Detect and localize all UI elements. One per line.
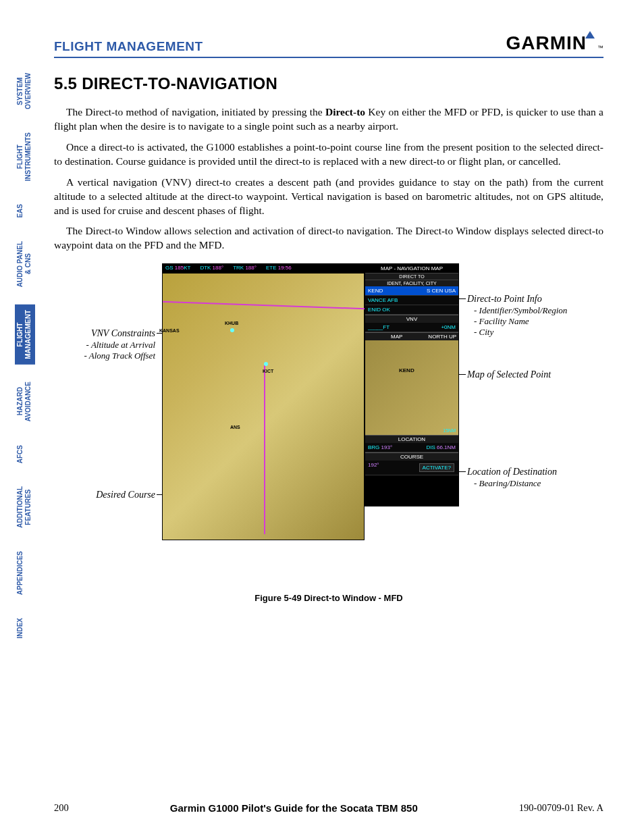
panel-ident: KEND: [368, 288, 383, 294]
panel-city: ENID OK: [365, 305, 458, 315]
panel-course-header: COURSE: [365, 452, 458, 461]
mfd-map: GS 185KT DTK 188° TRK 188° ETE 19:56 KHU…: [162, 263, 365, 540]
mini-map-scale: 15NM: [443, 428, 456, 433]
main-content: 5.5 DIRECT-TO-NAVIGATION The Direct-to m…: [54, 74, 603, 603]
mini-map-kend: KEND: [399, 367, 414, 373]
callout-loc-s1: - Bearing/Distance: [467, 478, 557, 489]
panel-title: MAP - NAVIGATION MAP: [365, 264, 458, 273]
map-topbar: GS 185KT DTK 188° TRK 188° ETE 19:56: [163, 264, 364, 273]
panel-ident-header: IDENT, FACILITY, CITY: [365, 280, 458, 286]
callout-desired-course: Desired Course: [81, 489, 155, 501]
callout-info-s1: - Identifier/Symbol/Region: [467, 305, 567, 316]
map-label-khub: KHUB: [225, 321, 238, 325]
tab-audio-panel-cns[interactable]: AUDIO PANEL & CNS: [15, 236, 35, 292]
footer-doc-title: Garmin G1000 Pilot's Guide for the Socat…: [170, 802, 418, 814]
tab-system-overview[interactable]: SYSTEM OVERVIEW: [15, 68, 35, 115]
figure-5-49: VNV Constraints - Altitude at Arrival - …: [54, 263, 603, 588]
activate-button[interactable]: ACTIVATE?: [419, 463, 454, 472]
map-label-ans: ANS: [230, 425, 240, 429]
tab-flight-instruments[interactable]: FLIGHT INSTRUMENTS: [15, 127, 35, 186]
footer-page-number: 200: [54, 802, 69, 814]
paragraph-3: A vertical navigation (VNV) direct-to cr…: [54, 176, 603, 218]
callout-direct-to-info: Direct-to Point Info - Identifier/Symbol…: [467, 293, 567, 338]
callout-map-selected: Map of Selected Point: [467, 369, 551, 381]
para1-a: The Direct-to method of navigation, init…: [66, 106, 325, 118]
panel-mini-map: KEND 15NM: [365, 340, 458, 435]
tab-hazard-avoidance[interactable]: HAZARD AVOIDANCE: [15, 376, 35, 427]
panel-vnv-header: VNV: [365, 315, 458, 323]
panel-location-header: LOCATION: [365, 435, 458, 443]
panel-map-header: MAP NORTH UP: [365, 332, 458, 340]
panel-brg: BRG 193°: [368, 444, 392, 450]
page-header: FLIGHT MANAGEMENT GARMIN ™: [54, 32, 603, 58]
page-footer: 200 Garmin G1000 Pilot's Guide for the S…: [54, 802, 603, 814]
panel-direct-to: DIRECT TO: [365, 273, 458, 280]
panel-vnv-ft: _____FT: [368, 324, 390, 330]
direct-to-panel: MAP - NAVIGATION MAP DIRECT TO IDENT, FA…: [365, 263, 459, 506]
panel-ident-row: KEND S CEN USA: [365, 286, 458, 296]
callout-vnv-constraints: VNV Constraints - Altitude at Arrival - …: [68, 328, 155, 361]
airport-icon: [230, 328, 234, 332]
map-label-kansas: KANSAS: [159, 328, 180, 333]
panel-dis: DIS 66.1NM: [426, 444, 456, 450]
course-line: [264, 365, 265, 534]
callout-line: [459, 471, 466, 472]
topbar-ete: ETE 19:56: [266, 265, 292, 273]
panel-map-dir: NORTH UP: [428, 334, 458, 340]
logo-text: GARMIN: [506, 32, 587, 54]
topbar-trk: TRK 188°: [233, 265, 257, 273]
panel-vnv-row: _____FT +0NM: [365, 323, 458, 332]
callout-vnv-s1: - Altitude at Arrival: [68, 340, 155, 350]
route-line: [163, 301, 365, 309]
garmin-logo: GARMIN ™: [506, 32, 603, 54]
map-label-kict: KICT: [263, 369, 273, 373]
callout-info-title: Direct-to Point Info: [467, 293, 567, 305]
tab-afcs[interactable]: AFCS: [15, 440, 35, 469]
panel-region: S CEN USA: [427, 288, 456, 294]
panel-location-row: BRG 193° DIS 66.1NM: [365, 443, 458, 452]
callout-vnv-s2: - Along Track Offset: [68, 350, 155, 361]
panel-vnv-off: +0NM: [441, 324, 456, 330]
logo-trademark: ™: [597, 45, 603, 51]
paragraph-2: Once a direct-to is activated, the G1000…: [54, 140, 603, 169]
callout-line: [459, 298, 466, 299]
paragraph-1: The Direct-to method of navigation, init…: [54, 105, 603, 134]
tab-eas[interactable]: EAS: [15, 199, 35, 224]
callout-vnv-title: VNV Constraints: [68, 328, 155, 340]
sidebar-tabs: SYSTEM OVERVIEW FLIGHT INSTRUMENTS EAS A…: [15, 68, 35, 644]
callout-info-s2: - Facility Name: [467, 316, 567, 327]
callout-line: [459, 374, 466, 375]
panel-course-row: 192° ACTIVATE?: [365, 461, 458, 475]
panel-map-hdr-lbl: MAP: [391, 334, 402, 340]
callout-location: Location of Destination - Bearing/Distan…: [467, 466, 557, 489]
topbar-dtk: DTK 188°: [200, 265, 223, 273]
panel-course-val: 192°: [368, 462, 379, 473]
topbar-gs: GS 185KT: [165, 265, 190, 273]
logo-triangle-icon: [585, 31, 595, 38]
tab-additional-features[interactable]: ADDITIONAL FEATURES: [15, 481, 35, 533]
tab-flight-management[interactable]: FLIGHT MANAGEMENT: [15, 305, 35, 365]
para1-bold: Direct-to: [325, 106, 365, 118]
tab-appendices[interactable]: APPENDICES: [15, 546, 35, 600]
header-section-title: FLIGHT MANAGEMENT: [54, 39, 203, 54]
footer-doc-rev: 190-00709-01 Rev. A: [519, 802, 603, 814]
paragraph-4: The Direct-to Window allows selection an…: [54, 224, 603, 253]
tab-index[interactable]: INDEX: [15, 613, 35, 644]
panel-facility: VANCE AFB: [365, 296, 458, 305]
figure-caption: Figure 5-49 Direct-to Window - MFD: [54, 593, 603, 603]
airport-icon: [264, 362, 268, 366]
section-heading: 5.5 DIRECT-TO-NAVIGATION: [54, 74, 603, 93]
callout-loc-title: Location of Destination: [467, 466, 557, 478]
callout-info-s3: - City: [467, 327, 567, 338]
